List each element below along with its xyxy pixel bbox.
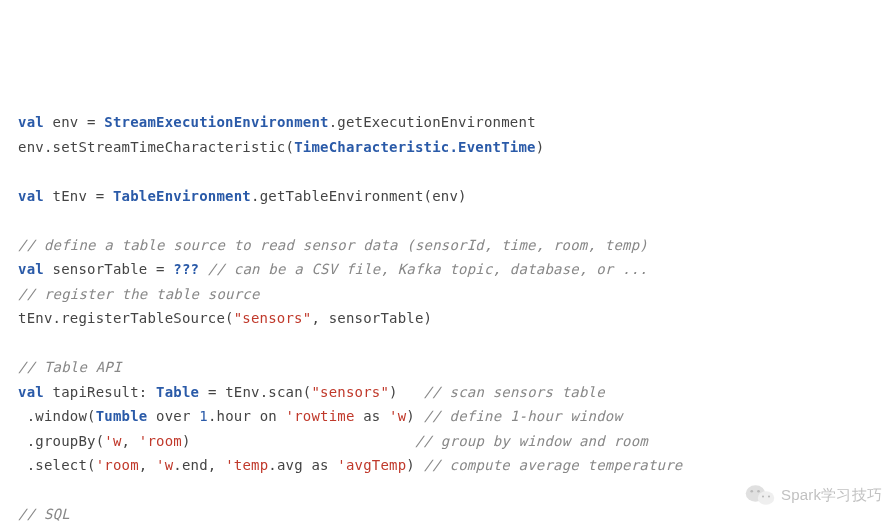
var-tapiresult: tapiResult bbox=[53, 384, 139, 400]
placeholder-qmarks: ??? bbox=[173, 261, 199, 277]
var-sensortable: sensorTable bbox=[53, 261, 148, 277]
symbol-room: 'room bbox=[139, 433, 182, 449]
wechat-icon bbox=[745, 483, 775, 507]
type-streamexecenv: StreamExecutionEnvironment bbox=[104, 114, 328, 130]
symbol-rowtime: 'rowtime bbox=[286, 408, 355, 424]
keyword-val: val bbox=[18, 114, 44, 130]
svg-point-4 bbox=[762, 495, 764, 497]
comment-register-table-source: // register the table source bbox=[18, 286, 260, 302]
type-tumble: Tumble bbox=[96, 408, 148, 424]
type-tableenvironment: TableEnvironment bbox=[113, 188, 251, 204]
code-block: val env = StreamExecutionEnvironment.get… bbox=[18, 110, 876, 526]
comment-sql: // SQL bbox=[18, 506, 70, 522]
enum-timecharacteristic: TimeCharacteristic.EventTime bbox=[294, 139, 536, 155]
comment-define-table-source: // define a table source to read sensor … bbox=[18, 237, 648, 253]
svg-point-3 bbox=[757, 490, 760, 493]
type-table: Table bbox=[156, 384, 199, 400]
string-sensors: "sensors" bbox=[234, 310, 312, 326]
symbol-w: 'w bbox=[389, 408, 406, 424]
watermark: Spark学习技巧 bbox=[745, 482, 882, 508]
svg-point-1 bbox=[758, 491, 775, 505]
watermark-text: Spark学习技巧 bbox=[781, 482, 882, 508]
comment-table-api: // Table API bbox=[18, 359, 122, 375]
var-tenv: tEnv bbox=[53, 188, 88, 204]
var-env: env bbox=[53, 114, 79, 130]
svg-point-2 bbox=[750, 490, 753, 493]
symbol-avgtemp: 'avgTemp bbox=[337, 457, 406, 473]
symbol-temp: 'temp bbox=[225, 457, 268, 473]
svg-point-5 bbox=[768, 495, 770, 497]
